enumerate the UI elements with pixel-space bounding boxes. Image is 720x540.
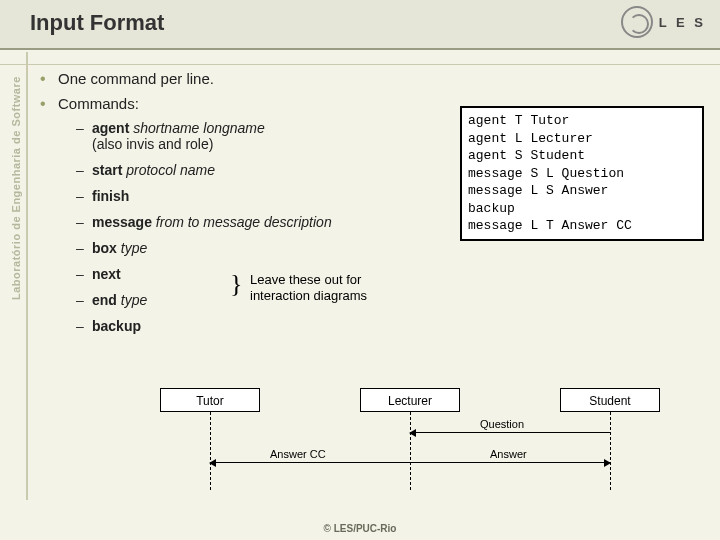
lifeline-student: Student <box>560 388 660 412</box>
rule-left <box>26 52 28 500</box>
brace-icon: } <box>230 269 242 299</box>
msg-answercc-label: Answer CC <box>270 448 326 460</box>
cmd-end: end type <box>76 292 700 308</box>
logo-swirl-icon <box>621 6 653 38</box>
cmd-name: end <box>92 292 117 308</box>
annotation: Leave these out for interaction diagrams <box>250 272 367 303</box>
cmd-args: protocol name <box>126 162 215 178</box>
cmd-backup: backup <box>76 318 700 334</box>
msg-answer-arrow <box>410 462 610 463</box>
msg-answer-label: Answer <box>490 448 527 460</box>
cmd-name: finish <box>92 188 129 204</box>
lifeline-tutor: Tutor <box>160 388 260 412</box>
cmd-box: box type <box>76 240 700 256</box>
rule-top <box>0 64 720 65</box>
title-band: Input Format L E S <box>0 0 720 50</box>
example-code-box: agent T Tutor agent L Lecturer agent S S… <box>460 106 704 241</box>
msg-question-arrow <box>410 432 610 433</box>
slide: Input Format L E S Laboratório de Engenh… <box>0 0 720 540</box>
annotation-l1: Leave these out for <box>250 272 361 287</box>
cmd-args: type <box>121 240 147 256</box>
cmd-next: next <box>76 266 700 282</box>
cmd-args: shortname longname <box>133 120 265 136</box>
cmd-args: from to message description <box>156 214 332 230</box>
msg-answercc-arrow <box>210 462 410 463</box>
cmd-args: type <box>121 292 147 308</box>
footer-copyright: © LES/PUC-Rio <box>0 523 720 534</box>
lifeline-lecturer: Lecturer <box>360 388 460 412</box>
annotation-l2: interaction diagrams <box>250 288 367 303</box>
cmd-name: box <box>92 240 117 256</box>
bullet-1-text: One command per line. <box>58 70 214 87</box>
cmd-name: agent <box>92 120 129 136</box>
msg-question-label: Question <box>480 418 524 430</box>
slide-title: Input Format <box>30 10 164 36</box>
lifeline-dash <box>210 412 211 490</box>
bullet-2-text: Commands: <box>58 95 139 112</box>
cmd-name: message <box>92 214 152 230</box>
sequence-diagram: Tutor Lecturer Student Question Answer A… <box>130 388 700 493</box>
cmd-note: (also invis and role) <box>92 136 213 152</box>
cmd-name: backup <box>92 318 141 334</box>
lifeline-dash <box>610 412 611 490</box>
lifeline-dash <box>410 412 411 490</box>
cmd-name: next <box>92 266 121 282</box>
bullet-1: One command per line. <box>40 70 700 87</box>
logo: L E S <box>621 6 706 38</box>
cmd-name: start <box>92 162 122 178</box>
sidebar-label: Laboratório de Engenharia de Software <box>10 76 22 300</box>
logo-text: L E S <box>659 15 706 30</box>
